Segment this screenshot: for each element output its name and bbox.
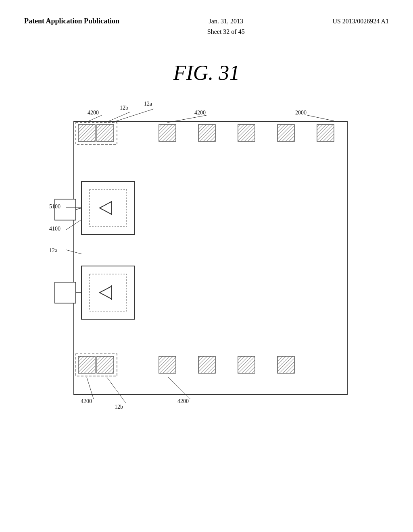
svg-rect-17 bbox=[55, 282, 76, 303]
svg-line-32 bbox=[307, 115, 334, 121]
sheet-label: Sheet 32 of 45 bbox=[207, 28, 245, 35]
svg-line-30 bbox=[112, 109, 154, 123]
outer-rect-2000 bbox=[73, 121, 348, 395]
label-4200-top-left: 4200 bbox=[88, 110, 99, 116]
label-12b-bottom: 12b bbox=[115, 404, 123, 410]
label-4200-bottom-left: 4200 bbox=[81, 398, 92, 405]
page-header: Patent Application Publication Jan. 31, … bbox=[0, 0, 413, 37]
label-12a-left: 12a bbox=[49, 247, 57, 254]
label-12b-top: 12b bbox=[120, 105, 128, 111]
patent-number: US 2013/0026924 A1 bbox=[332, 16, 389, 27]
label-2000: 2000 bbox=[295, 110, 307, 116]
publication-label: Patent Application Publication bbox=[24, 16, 119, 26]
label-4200-bottom-right: 4200 bbox=[177, 398, 189, 405]
sheet-info: Jan. 31, 2013 Sheet 32 of 45 bbox=[207, 16, 245, 37]
figure-title: FIG. 31 bbox=[0, 61, 413, 85]
label-4200-top-right: 4200 bbox=[194, 110, 206, 116]
label-12a-top: 12a bbox=[144, 101, 152, 107]
label-5100: 5100 bbox=[49, 204, 60, 210]
date-label: Jan. 31, 2013 bbox=[209, 18, 243, 25]
diagram-container: 4200 12b 12a 4200 2000 5100 4100 12a 420… bbox=[49, 97, 364, 443]
label-4100: 4100 bbox=[49, 226, 60, 232]
